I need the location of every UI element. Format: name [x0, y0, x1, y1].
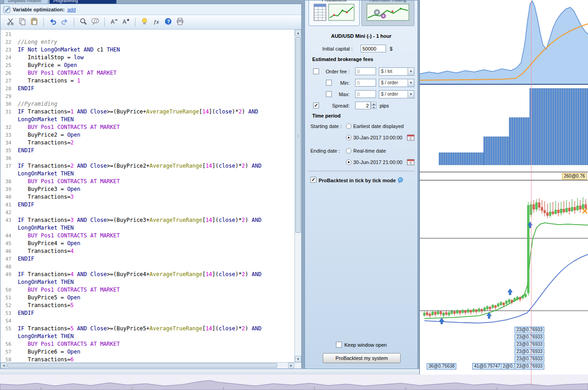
redo-button[interactable] — [59, 17, 70, 28]
toolbar-separator — [74, 18, 74, 27]
cut-button[interactable] — [5, 17, 16, 28]
probacktest-icon — [309, 3, 359, 24]
undo-icon — [49, 17, 57, 27]
help-button[interactable]: ? — [163, 17, 174, 28]
line-number: 22 — [0, 38, 14, 46]
price-chart[interactable] — [420, 181, 588, 373]
spread-input[interactable] — [355, 102, 371, 109]
code-text: BUY Pos1 CONTRACTS AT MARKET — [14, 340, 288, 348]
max-fee-unit-select[interactable]: $ / order▾ — [379, 90, 414, 98]
end-date-radio[interactable] — [346, 159, 351, 165]
chart-panel[interactable]: 260@0.76 23@0.7693323@0.7693323@0.769332… — [419, 0, 588, 375]
step-up-icon[interactable]: ▲ — [371, 102, 377, 105]
scrollbar-thumb[interactable] — [295, 37, 301, 233]
price-label: 260@0.76 — [562, 173, 587, 180]
order-fee-unit-select[interactable]: $ / lot▾ — [379, 67, 414, 76]
order-fee-label: Order fee : — [320, 69, 350, 74]
code-line: 56 BUY Pos1 CONTRACTS AT MARKET — [0, 340, 294, 348]
ending-date-label: Ending date : — [310, 148, 340, 154]
svg-text://: // — [93, 19, 98, 23]
tab-label: Simplified creation — [8, 0, 41, 3]
line-number: 33 — [0, 131, 14, 139]
earliest-date-radio[interactable] — [346, 123, 351, 129]
initial-capital-input[interactable] — [361, 45, 386, 52]
line-number: 28 — [0, 85, 14, 92]
line-number: 49 — [0, 271, 14, 286]
scroll-up-icon[interactable]: ▲ — [295, 30, 301, 36]
probacktest-panel: ProBacktest Automatic Trading AUD/USD Mi… — [304, 0, 418, 369]
chevron-down-icon[interactable]: ▾ — [407, 79, 414, 87]
variable-optimization-bar: Variable optimization: add — [0, 4, 301, 15]
add-variable-link[interactable]: add — [67, 7, 76, 12]
print-button[interactable] — [175, 17, 186, 28]
code-lines[interactable]: 21 22//Long entry23IF Not LongOnMarket A… — [0, 31, 294, 362]
font-increase-button[interactable]: A — [120, 17, 131, 28]
start-date-radio[interactable] — [346, 135, 351, 140]
trade-label: 23@0.76933 — [515, 356, 544, 362]
toolbar-separator — [135, 18, 135, 27]
line-number: 51 — [0, 294, 14, 302]
overview-area-chart — [0, 375, 588, 390]
max-fee-input[interactable] — [355, 90, 376, 98]
min-fee-input[interactable] — [355, 79, 376, 87]
hint-button[interactable] — [139, 17, 150, 28]
line-number: 27 — [0, 77, 14, 85]
calendar-icon[interactable] — [407, 159, 414, 165]
code-area[interactable]: 21 22//Long entry23IF Not LongOnMarket A… — [0, 30, 301, 362]
line-number: 48 — [0, 263, 14, 271]
equity-curve-chart[interactable] — [420, 0, 588, 84]
scroll-down-icon[interactable]: ▼ — [295, 356, 301, 362]
scroll-left-icon[interactable]: ◄ — [0, 363, 7, 368]
zoom-button[interactable] — [78, 17, 89, 28]
vertical-scrollbar[interactable]: ▲ ▼ — [294, 30, 301, 362]
trade-label: 23@0.76933 — [515, 341, 544, 348]
order-fee-input[interactable] — [355, 67, 376, 75]
tab-programming[interactable]: Programming — [49, 0, 117, 4]
scrollbar-thumb-horizontal[interactable] — [7, 363, 277, 368]
line-number: 32 — [0, 123, 14, 131]
instrument-title: AUD/USD Mini (-) - 1 hour — [305, 33, 418, 39]
overview-strip[interactable] — [0, 375, 588, 390]
step-down-icon[interactable]: ▼ — [371, 105, 377, 109]
tab-simplified-creation[interactable]: Simplified creation — [4, 0, 48, 4]
code-text: ENDIF — [14, 147, 288, 154]
min-fee-unit-select[interactable]: $ / order▾ — [379, 79, 414, 87]
code-line: 33 BuyPrice2 = Open — [0, 131, 294, 139]
initial-capital-label: Initial capital : — [322, 46, 353, 51]
comment-button[interactable]: // — [90, 17, 101, 28]
font-increase-icon: A — [122, 17, 130, 27]
insert-function-button[interactable]: ƒx — [151, 17, 162, 28]
paste-button[interactable] — [29, 17, 40, 28]
spread-checkbox[interactable] — [313, 103, 319, 108]
horizontal-scrollbar[interactable]: ◄ ► — [0, 362, 301, 368]
order-fee-checkbox[interactable] — [313, 68, 319, 74]
line-number: 37 — [0, 162, 14, 178]
spread-stepper[interactable]: ▲▼ — [371, 102, 377, 109]
code-line: 43IF Transactions=3 AND Close>=(BuyPrice… — [0, 216, 294, 232]
line-number: 21 — [0, 31, 14, 38]
code-text: Transactions=5 — [14, 302, 288, 309]
line-number: 24 — [0, 54, 14, 62]
tab-probacktest[interactable]: ProBacktest — [309, 0, 360, 26]
calendar-icon[interactable] — [407, 134, 414, 141]
code-line: 55IF Transactions=5 AND Close>=(BuyPrice… — [0, 325, 294, 340]
run-backtest-button[interactable]: ProBacktest my system — [323, 353, 401, 363]
tab-automatic-trading[interactable]: Automatic Trading — [361, 0, 414, 26]
scroll-right-icon[interactable]: ► — [288, 363, 294, 368]
copy-button[interactable] — [17, 17, 28, 28]
trade-label: 23@0.76933 — [515, 327, 544, 333]
chart-axis-row: 260@0.76 — [420, 172, 588, 180]
font-decrease-button[interactable]: A — [108, 17, 119, 28]
keep-window-checkbox[interactable] — [336, 342, 342, 348]
undo-button[interactable] — [47, 17, 58, 28]
print-icon — [176, 17, 184, 27]
line-number: 50 — [0, 286, 14, 294]
chevron-down-icon[interactable]: ▾ — [407, 68, 414, 75]
svg-text:A: A — [123, 19, 126, 25]
code-text: BuyPrice3 = Open — [14, 185, 288, 193]
tick-mode-checkbox[interactable] — [310, 177, 316, 183]
svg-text:ƒx: ƒx — [154, 19, 160, 25]
chevron-down-icon[interactable]: ▾ — [407, 91, 414, 98]
position-size-bars[interactable] — [420, 87, 588, 169]
realtime-date-radio[interactable] — [346, 148, 351, 154]
